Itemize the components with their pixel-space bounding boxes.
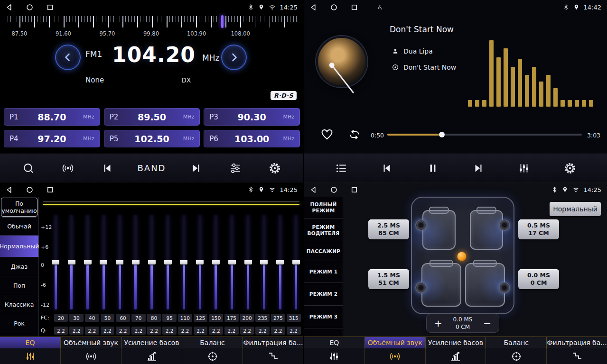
eq-band-slider[interactable] <box>179 215 188 309</box>
repeat-icon[interactable] <box>348 128 361 141</box>
frequency-scale[interactable] <box>5 16 298 27</box>
delay-rear-right-button[interactable]: 0.0 MS 0 CM <box>518 269 559 289</box>
mode-2[interactable]: РЕЖИМ 2 <box>304 283 343 306</box>
preset-button-p2[interactable]: P289.50MHz <box>104 108 200 126</box>
mode-full[interactable]: ПОЛНЫЙ РЕЖИМ <box>304 197 343 218</box>
nav-recents-icon[interactable] <box>351 4 358 11</box>
mode-3[interactable]: РЕЖИМ 3 <box>304 306 343 328</box>
eq-band-slider[interactable] <box>292 215 300 309</box>
eq-band-slider[interactable] <box>51 215 60 309</box>
tune-down-button[interactable] <box>55 45 81 70</box>
tab-bass-boost[interactable]: Усиление басов <box>121 337 182 348</box>
mode-passenger[interactable]: ПАССАЖИР <box>304 242 343 261</box>
tab-balance[interactable]: Баланс <box>486 337 547 348</box>
tab-filter[interactable]: Фильтрация ба... <box>243 337 303 348</box>
eq-band-slider[interactable] <box>244 215 252 309</box>
tab-surround[interactable]: Объёмный звук <box>365 337 426 348</box>
settings-gear-icon[interactable] <box>265 162 284 174</box>
eq-band-slider[interactable] <box>228 215 236 309</box>
eq-band-slider[interactable] <box>260 215 268 309</box>
tune-up-button[interactable] <box>221 45 247 70</box>
increase-delay-button[interactable]: + <box>434 318 442 328</box>
eq-preset-rock[interactable]: Рок <box>0 314 38 333</box>
favorite-heart-icon[interactable] <box>320 128 334 141</box>
delay-rear-left-button[interactable]: 1.5 MS 51 CM <box>368 269 409 289</box>
broadcast-icon[interactable] <box>58 162 77 174</box>
eq-preset-pop[interactable]: Поп <box>0 276 38 295</box>
preset-button-p1[interactable]: P188.70MHz <box>4 108 100 126</box>
eq-preset-jazz[interactable]: Джаз <box>0 257 38 276</box>
previous-track-icon[interactable] <box>377 162 396 174</box>
artist-row: Dua Lipa <box>392 47 433 55</box>
decrease-delay-button[interactable]: − <box>483 318 491 328</box>
eq-band-slider[interactable] <box>276 215 284 309</box>
tuner-settings-icon[interactable] <box>226 162 245 174</box>
tab-filter[interactable]: Фильтрация ба... <box>547 337 607 348</box>
nav-back-icon[interactable] <box>310 4 317 11</box>
eq-band-slider[interactable] <box>84 215 92 309</box>
eq-preset-default[interactable]: По умолчанию <box>0 197 38 218</box>
audio-tab-bar: EQ Объёмный звук Усиление басов Баланс Ф… <box>0 337 303 364</box>
mode-1[interactable]: РЕЖИМ 1 <box>304 261 343 283</box>
pause-icon[interactable] <box>423 162 442 174</box>
tab-balance[interactable]: Баланс <box>182 337 243 348</box>
eq-band-slider[interactable] <box>148 215 156 309</box>
nav-home-icon[interactable] <box>26 4 33 11</box>
nav-recents-icon[interactable] <box>351 186 358 193</box>
nav-back-icon[interactable] <box>6 186 13 193</box>
next-track-icon[interactable] <box>469 162 488 174</box>
eq-band-slider[interactable] <box>164 215 172 309</box>
preset-button-p4[interactable]: P497.20MHz <box>4 130 100 147</box>
audio-tab-bar: EQ Объёмный звук Усиление басов Баланс Ф… <box>304 337 607 364</box>
previous-station-icon[interactable] <box>98 162 117 174</box>
band-button[interactable]: BAND <box>137 163 166 173</box>
preset-button-p3[interactable]: P390.30MHz <box>204 108 300 126</box>
playlist-icon[interactable] <box>332 162 351 174</box>
eq-preset-normal[interactable]: Нормальный <box>0 236 38 257</box>
listening-position-ball[interactable] <box>457 252 466 261</box>
preset-button-p5[interactable]: P5102.50MHz <box>104 130 200 147</box>
eq-sliders-icon[interactable] <box>0 348 61 364</box>
tab-surround[interactable]: Объёмный звук <box>61 337 121 348</box>
nav-back-icon[interactable] <box>6 4 13 11</box>
nav-recents-icon[interactable] <box>47 186 54 193</box>
eq-band-slider[interactable] <box>99 215 108 309</box>
progress-knob[interactable] <box>439 132 445 137</box>
settings-gear-icon[interactable] <box>560 162 579 174</box>
surround-sound-icon[interactable] <box>61 348 121 364</box>
surround-preset-button[interactable]: Нормальный <box>550 202 601 216</box>
tab-bass-boost[interactable]: Усиление басов <box>426 337 486 348</box>
nav-home-icon[interactable] <box>330 186 337 193</box>
wifi-icon <box>572 186 579 193</box>
delay-front-left-button[interactable]: 2.5 MS 85 CM <box>368 219 409 239</box>
next-station-icon[interactable] <box>187 162 205 174</box>
preset-button-p6[interactable]: P6103.00MHz <box>204 130 300 147</box>
eq-preset-classic[interactable]: Классика <box>0 295 38 314</box>
mode-driver[interactable]: РЕЖИМ ВОДИТЕЛЯ <box>304 218 343 242</box>
balance-icon[interactable] <box>182 348 243 364</box>
eq-band-slider[interactable] <box>115 215 124 309</box>
eq-sliders-icon[interactable] <box>304 348 365 364</box>
nav-home-icon[interactable] <box>330 4 337 11</box>
seek-bar[interactable] <box>387 134 582 136</box>
eq-band-slider[interactable] <box>67 215 76 309</box>
eq-band-slider[interactable] <box>196 215 204 309</box>
nav-home-icon[interactable] <box>26 186 33 193</box>
equalizer-icon[interactable] <box>514 162 533 174</box>
eq-band-slider[interactable] <box>131 215 140 309</box>
eq-band-slider[interactable] <box>212 215 220 309</box>
tab-eq[interactable]: EQ <box>304 337 365 348</box>
bass-boost-icon[interactable] <box>121 348 182 364</box>
bass-boost-icon[interactable] <box>426 348 486 364</box>
delay-front-right-button[interactable]: 0.5 MS 17 CM <box>518 219 559 239</box>
balance-icon[interactable] <box>486 348 547 364</box>
nav-recents-icon[interactable] <box>47 4 54 11</box>
scan-search-icon[interactable] <box>19 162 38 174</box>
eq-preset-custom[interactable]: Обычай <box>0 218 38 236</box>
surround-sound-icon[interactable] <box>365 348 426 364</box>
nav-back-icon[interactable] <box>310 186 317 193</box>
radio-screen: 14:25 87.50 91.60 95.70 99.80 103.90 108… <box>0 0 303 182</box>
filter-icon[interactable] <box>547 348 607 364</box>
tab-eq[interactable]: EQ <box>0 337 61 348</box>
filter-icon[interactable] <box>243 348 303 364</box>
